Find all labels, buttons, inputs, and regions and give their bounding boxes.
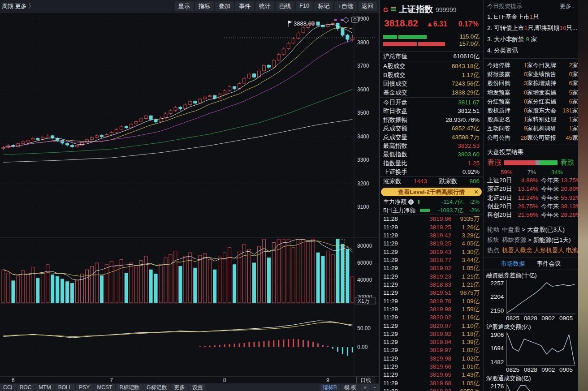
event-label[interactable]: 股权质押 [487, 106, 514, 115]
index-20d-value: 12.24% [515, 193, 538, 202]
event-count: 0家 [514, 97, 533, 106]
event-label[interactable]: 股票更名 [487, 115, 514, 124]
volume-bar [71, 284, 74, 303]
stat-row: 国债成交7243.56亿 [380, 79, 483, 88]
toolbar-item[interactable]: 标记 [314, 1, 333, 11]
mini-chart-yaxis: 190616941482 [486, 331, 506, 365]
tick-time: 11:29 [383, 355, 406, 363]
flow5-value: -1093.7亿 [438, 206, 463, 215]
tick-time: 11:29 [383, 264, 406, 272]
index-ytd-value: 28.28% [561, 211, 578, 219]
event-label[interactable]: 分红预案 [487, 97, 514, 106]
tab-market-data[interactable]: 市场数据 [501, 260, 525, 268]
period-menu[interactable]: 周期 更多 〉 [0, 2, 34, 10]
rotation-row[interactable]: 轮动中盘股 > 大盘股(已3天) [487, 224, 575, 235]
index-name[interactable]: 上证指数 [399, 4, 433, 15]
event-label[interactable]: 增发预案 [487, 88, 514, 97]
toolbar-item[interactable]: 返回 [358, 1, 377, 11]
indicator-line [4, 120, 353, 163]
volume-unit-label: X1万 [358, 298, 370, 304]
index-row: 上证20日4.88%今年来13.75% [487, 176, 575, 185]
event-label[interactable]: 特别处理 [533, 115, 562, 124]
tip-item[interactable]: 3. 大小非解禁 9 家 [487, 34, 575, 45]
stat-label: 指数振幅 [383, 116, 407, 124]
indicator-tab[interactable]: MTM [35, 384, 54, 391]
rotation-text: 新能源(已1天) [533, 236, 571, 243]
stat-label: 最高指数 [383, 142, 407, 150]
event-label[interactable]: 机构调研 [533, 124, 562, 133]
tips-more-link[interactable]: 更多.. [560, 2, 575, 10]
osc-hist-bar [249, 342, 250, 347]
toolbar-item[interactable]: 统计 [255, 1, 274, 11]
indicator-tab[interactable]: BOLL [55, 384, 75, 391]
toolbar-item[interactable]: 画线 [276, 1, 294, 11]
rotation-row[interactable]: 热点机器人概念 人形机器人 电池 [487, 245, 575, 255]
indicator-tab[interactable]: 模 板 [341, 384, 359, 391]
indicator-tab[interactable]: 更多 [171, 384, 188, 391]
info-icon[interactable]: i [408, 199, 414, 205]
stat-value: 43598.7万 [452, 133, 480, 142]
stat-value: 3803.60 [458, 150, 480, 159]
time-sales-list[interactable]: 11:283819.869335万11:293819.251.26亿11:293… [380, 215, 483, 391]
event-label[interactable]: 今始停牌 [487, 61, 514, 70]
tick-row: 11:293819.921.18亿 [380, 330, 483, 338]
volume-bar [213, 270, 216, 303]
index-20d-value: 21.56% [515, 211, 538, 219]
close-icon[interactable]: ✕ [474, 188, 479, 196]
vote-bar-segment [540, 160, 558, 165]
event-label[interactable]: 股东大会 [533, 106, 562, 115]
event-label[interactable]: 增发实施 [533, 88, 562, 97]
indicator-tab[interactable]: - [371, 384, 379, 391]
event-label[interactable]: 分红实施 [533, 97, 562, 106]
tick-row: 11:293819.841.39亿 [380, 338, 483, 346]
rotation-row[interactable]: 板块稀缺资源 > 新能源(已1天) [487, 235, 575, 245]
event-label[interactable]: 公司研报 [533, 133, 562, 142]
toolbar-item[interactable]: F10 [296, 1, 313, 11]
indicator-tab[interactable]: CCI [0, 384, 16, 391]
toolbar-item[interactable]: +自选 [334, 1, 357, 11]
volume-bar [76, 280, 79, 303]
indicator-tab[interactable]: + [360, 384, 370, 391]
indicator-tab[interactable]: R标记数 [116, 384, 143, 391]
osc-hist-bar [229, 344, 230, 347]
indicator-tab[interactable]: ROC [17, 384, 35, 391]
flow5-row: 5日主力净额 -1093.7亿 -2% [380, 206, 483, 215]
candle-body [22, 142, 25, 144]
event-label[interactable]: 互动问答 [487, 124, 514, 133]
tick-time: 11:29 [383, 314, 406, 322]
tip-item[interactable]: 2. 可转债上市1只,即将到期10只... [487, 22, 575, 34]
level2-banner[interactable]: 查看Level-2千档高频行情 ✕ [381, 188, 482, 196]
toolbar-item[interactable]: 叠加 [215, 1, 234, 11]
stats-list: 沪总市值610610亿A股成交6843.18亿B股成交1.17亿国债成交7243… [380, 51, 483, 176]
toolbar-item[interactable]: 显示 [175, 1, 194, 11]
tab-event-meetings[interactable]: 事件会议 [537, 260, 561, 268]
tip-item[interactable]: 4. 分类资讯 [487, 45, 575, 56]
price-axis-tick: 3300 [357, 157, 369, 163]
event-label[interactable]: 今日复牌 [533, 61, 562, 70]
event-num: 0 [524, 71, 527, 77]
tick-row: 11:293819.651.43亿 [380, 371, 483, 379]
event-label[interactable]: 股份回购 [487, 79, 514, 88]
candlestick-chart[interactable]: 3900380037003600350034003300320031008000… [0, 13, 379, 376]
candle-body [90, 137, 93, 139]
tip-item[interactable]: 1. ETF基金上市1只 [487, 11, 575, 22]
indicator-tab[interactable]: G标记数 [143, 384, 170, 391]
volume-bar [248, 249, 251, 303]
event-label[interactable]: 拟增减持 [533, 79, 562, 88]
event-label[interactable]: 业绩预告 [533, 70, 562, 79]
candle-body [110, 133, 113, 134]
toolbar-item[interactable]: 事件 [235, 1, 254, 11]
hamburger-icon[interactable] [391, 6, 396, 12]
period-label[interactable]: 日线 [356, 377, 375, 384]
indicator-tab[interactable]: MCST [94, 384, 115, 391]
mini-chart-yaxis: 217619271678 [486, 383, 506, 391]
stat-label: 昨日收盘 [383, 107, 407, 115]
indicator-tab[interactable]: 指标B [320, 384, 340, 391]
axis-tick: 0905 [559, 315, 573, 322]
indicator-tab[interactable]: PSY [76, 384, 93, 391]
tick-time: 11:29 [383, 248, 406, 256]
toolbar-item[interactable]: 指标 [195, 1, 214, 11]
indicator-tab[interactable]: 设置 [189, 384, 206, 391]
event-label[interactable]: 公司公告 [487, 133, 514, 142]
event-label[interactable]: 财报披露 [487, 70, 514, 79]
